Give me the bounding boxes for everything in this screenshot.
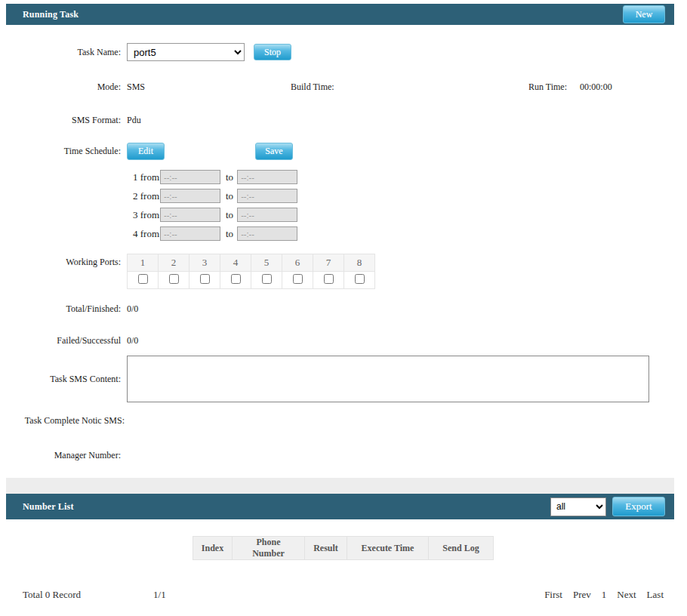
- port-checkbox-6[interactable]: [293, 274, 303, 284]
- schedule-from-input[interactable]: [160, 208, 220, 222]
- schedule-to-input[interactable]: [237, 226, 297, 241]
- number-list-table: Index Phone Number Result Execute Time S…: [193, 536, 494, 560]
- task-name-select[interactable]: port5: [127, 43, 245, 61]
- total-records-text: Total 0 Record: [23, 589, 81, 601]
- task-sms-content-label: Task SMS Content:: [6, 374, 127, 385]
- pagination-prev[interactable]: Prev: [573, 589, 591, 601]
- schedule-from-input[interactable]: [160, 226, 220, 241]
- pagination-page[interactable]: 1: [602, 589, 607, 601]
- task-complete-notic-row: Task Complete Notic SMS:: [6, 414, 674, 427]
- working-ports-label: Working Ports:: [6, 257, 127, 268]
- port-number-5: 5: [251, 254, 282, 272]
- number-list-filter-select[interactable]: all: [550, 497, 606, 516]
- schedule-prefix: 2 from: [133, 190, 160, 202]
- schedule-to-input[interactable]: [237, 208, 297, 222]
- schedule-to-label: to: [226, 228, 233, 240]
- task-complete-notic-label: Task Complete Notic SMS:: [6, 415, 131, 427]
- pagination-bar: Total 0 Record 1/1 First Prev 1 Next Las…: [6, 589, 674, 613]
- port-checkbox-cell-1: [128, 272, 159, 289]
- port-number-3: 3: [189, 254, 220, 272]
- run-time-group: Run Time: 00:00:00: [528, 82, 612, 93]
- main-panel: Running Task New Task Name: port5 Stop M…: [6, 4, 674, 616]
- schedule-to-label: to: [226, 209, 233, 221]
- sms-format-value: Pdu: [127, 115, 141, 126]
- manager-number-label: Manager Number:: [6, 450, 127, 461]
- port-checkbox-cell-3: [189, 272, 220, 289]
- port-checkbox-2[interactable]: [169, 274, 179, 284]
- port-number-7: 7: [313, 254, 344, 272]
- total-finished-row: Total/Finished: 0/0: [6, 303, 674, 315]
- time-schedule-label: Time Schedule:: [6, 146, 127, 157]
- port-number-8: 8: [344, 254, 375, 272]
- number-list-header-row: Index Phone Number Result Execute Time S…: [193, 537, 494, 560]
- column-header-send-log: Send Log: [429, 537, 494, 560]
- mode-value: SMS: [127, 82, 145, 93]
- run-time-value: 00:00:00: [580, 82, 612, 92]
- port-checkbox-cell-6: [282, 272, 313, 289]
- working-ports-table: 1 2 3 4 5 6 7 8: [127, 254, 375, 289]
- mode-row: Mode: SMS Build Time: Run Time: 00:00:00: [6, 81, 674, 93]
- port-checkbox-cell-5: [251, 272, 282, 289]
- export-button[interactable]: Export: [612, 497, 665, 516]
- schedule-prefix: 3 from: [133, 209, 160, 221]
- build-time-label: Build Time:: [291, 82, 334, 92]
- pagination-first[interactable]: First: [544, 589, 562, 601]
- port-checkbox-1[interactable]: [138, 274, 148, 284]
- schedule-rows: 1 from to 2 from to 3 from to 4 from to: [6, 168, 674, 243]
- failed-successful-label: Failed/Successful: [6, 335, 127, 346]
- port-checkbox-cell-8: [344, 272, 375, 289]
- port-checkbox-7[interactable]: [324, 274, 334, 284]
- port-checkbox-5[interactable]: [262, 274, 272, 284]
- number-list-controls: all Export: [550, 497, 665, 516]
- task-name-label: Task Name:: [6, 47, 127, 58]
- running-task-title: Running Task: [23, 9, 79, 20]
- port-checkboxes-row: [128, 272, 375, 289]
- total-finished-value: 0/0: [127, 303, 138, 315]
- time-schedule-row: Time Schedule: Edit Save: [6, 143, 674, 160]
- pagination-last[interactable]: Last: [647, 589, 664, 601]
- mode-label: Mode:: [6, 82, 127, 93]
- port-checkbox-4[interactable]: [231, 274, 241, 284]
- save-schedule-button[interactable]: Save: [255, 143, 293, 160]
- port-number-6: 6: [282, 254, 313, 272]
- page-indicator: 1/1: [153, 589, 166, 601]
- schedule-row-1: 1 from to: [133, 168, 674, 186]
- sms-format-row: SMS Format: Pdu: [6, 114, 674, 126]
- pagination-next[interactable]: Next: [617, 589, 636, 601]
- schedule-from-input[interactable]: [160, 170, 220, 184]
- running-task-header: Running Task New: [6, 4, 674, 25]
- number-list-header: Number List all Export: [6, 494, 674, 519]
- schedule-prefix: 4 from: [133, 228, 160, 240]
- schedule-row-4: 4 from to: [133, 224, 674, 243]
- task-name-row: Task Name: port5 Stop: [6, 43, 674, 61]
- schedule-to-input[interactable]: [237, 189, 297, 203]
- manager-number-row: Manager Number:: [6, 449, 674, 461]
- column-header-phone-number: Phone Number: [233, 537, 305, 560]
- new-task-button[interactable]: New: [623, 5, 665, 23]
- stop-button[interactable]: Stop: [254, 44, 291, 60]
- schedule-to-label: to: [226, 171, 233, 183]
- schedule-from-input[interactable]: [160, 189, 220, 203]
- port-checkbox-cell-2: [159, 272, 189, 289]
- port-numbers-row: 1 2 3 4 5 6 7 8: [128, 254, 375, 272]
- port-number-2: 2: [159, 254, 189, 272]
- schedule-row-2: 2 from to: [133, 186, 674, 205]
- column-header-index: Index: [193, 537, 233, 560]
- task-sms-content-textarea[interactable]: [127, 356, 649, 402]
- column-header-execute-time: Execute Time: [347, 537, 429, 560]
- section-divider: [6, 478, 674, 494]
- total-finished-label: Total/Finished:: [6, 303, 127, 315]
- port-number-4: 4: [220, 254, 251, 272]
- port-checkbox-3[interactable]: [200, 274, 210, 284]
- task-sms-content-row: Task SMS Content:: [6, 356, 674, 402]
- port-checkbox-8[interactable]: [355, 274, 365, 284]
- schedule-to-input[interactable]: [237, 170, 297, 184]
- schedule-row-3: 3 from to: [133, 205, 674, 224]
- build-time-group: Build Time:: [291, 82, 334, 93]
- edit-schedule-button[interactable]: Edit: [127, 143, 165, 160]
- running-task-body: Task Name: port5 Stop Mode: SMS Build Ti…: [6, 43, 674, 478]
- pager: First Prev 1 Next Last: [544, 589, 664, 601]
- working-ports-row: Working Ports: 1 2 3 4 5 6 7 8: [6, 254, 674, 289]
- run-time-label: Run Time:: [528, 82, 567, 92]
- port-number-1: 1: [128, 254, 159, 272]
